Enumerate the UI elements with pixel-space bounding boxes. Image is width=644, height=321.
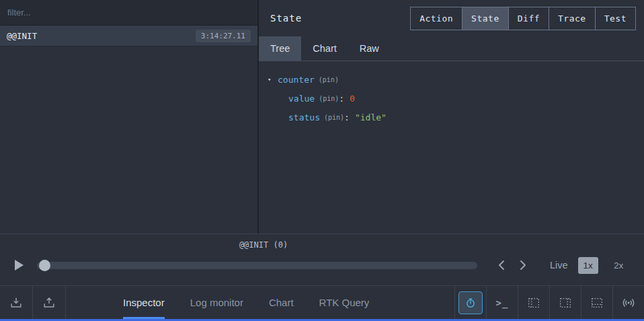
- tab-state[interactable]: State: [462, 7, 509, 30]
- state-panel-header: State Action State Diff Trace Test: [259, 0, 644, 36]
- step-buttons: [491, 256, 534, 275]
- tab-chart[interactable]: Chart: [269, 286, 294, 319]
- speed-1x-button[interactable]: 1x: [578, 257, 598, 274]
- dispatcher-button[interactable]: >_: [486, 286, 518, 319]
- redux-devtools-window: @@INIT 3:14:27.11 State Action State Dif…: [0, 0, 644, 321]
- monitor-tabs: Inspector Log monitor Chart RTK Query: [123, 286, 395, 319]
- action-list-item[interactable]: @@INIT 3:14:27.11: [0, 26, 257, 46]
- dock-bottom-icon: [590, 295, 604, 310]
- active-pill: [458, 291, 483, 314]
- current-action-label: @@INIT (0): [239, 240, 288, 250]
- state-tree: ▾ counter (pin) value (pin) : 0 status (…: [259, 61, 644, 234]
- play-button[interactable]: [9, 256, 28, 275]
- recording-toggle-button[interactable]: [454, 286, 486, 319]
- tree-value-number: 0: [350, 94, 355, 104]
- tab-rtk-query[interactable]: RTK Query: [319, 286, 370, 319]
- pin-label[interactable]: (pin): [319, 95, 339, 102]
- action-timestamp: 3:14:27.11: [196, 30, 251, 42]
- action-list: @@INIT 3:14:27.11: [0, 26, 257, 234]
- remote-icon: [621, 295, 636, 310]
- playback-bar: @@INIT (0) Live 1x 2x: [0, 234, 644, 285]
- action-name: @@INIT: [7, 31, 37, 41]
- subtab-raw[interactable]: Raw: [348, 36, 391, 61]
- import-icon: [42, 295, 56, 310]
- stopwatch-icon: [464, 296, 477, 310]
- terminal-icon: >_: [496, 297, 509, 308]
- export-icon: [9, 295, 24, 310]
- live-button[interactable]: Live: [550, 260, 568, 271]
- tab-trace[interactable]: Trace: [549, 7, 596, 30]
- pin-label[interactable]: (pin): [319, 76, 339, 83]
- inspector-tab-group: Action State Diff Trace Test: [410, 7, 636, 30]
- main-area: @@INIT 3:14:27.11 State Action State Dif…: [0, 0, 644, 234]
- slider-track[interactable]: [37, 262, 477, 269]
- action-list-panel: @@INIT 3:14:27.11: [0, 0, 259, 234]
- colon-separator: :: [344, 112, 350, 122]
- dock-right-icon: [558, 295, 573, 310]
- expand-arrow-icon[interactable]: ▾: [268, 76, 278, 83]
- timeline-slider[interactable]: [37, 260, 477, 271]
- tab-action[interactable]: Action: [410, 7, 462, 30]
- chevron-left-icon: [497, 260, 506, 271]
- view-subtabs: Tree Chart Raw: [259, 36, 644, 61]
- tree-key: status: [288, 112, 320, 122]
- bottom-toolbar: Inspector Log monitor Chart RTK Query >_: [0, 285, 644, 319]
- tree-node-status[interactable]: status (pin) : "idle": [288, 108, 644, 127]
- tab-inspector[interactable]: Inspector: [123, 286, 165, 319]
- speed-2x-button[interactable]: 2x: [608, 257, 629, 274]
- filter-row: [0, 0, 257, 26]
- tab-test[interactable]: Test: [595, 7, 636, 30]
- colon-separator: :: [339, 94, 344, 104]
- filter-input[interactable]: [0, 0, 257, 25]
- pin-label[interactable]: (pin): [324, 114, 344, 121]
- step-back-button[interactable]: [491, 256, 512, 275]
- toolbar-icon-group: >_: [454, 286, 644, 319]
- dock-right-button[interactable]: [549, 286, 581, 319]
- tree-value-string: "idle": [355, 112, 387, 122]
- play-icon: [14, 259, 24, 271]
- tree-node-value[interactable]: value (pin) : 0: [288, 89, 644, 108]
- subtab-tree[interactable]: Tree: [259, 36, 301, 61]
- dock-left-button[interactable]: [518, 286, 549, 319]
- state-panel: State Action State Diff Trace Test Tree …: [259, 0, 644, 234]
- panel-title: State: [270, 13, 302, 24]
- tab-log-monitor[interactable]: Log monitor: [190, 286, 243, 319]
- export-button[interactable]: [0, 286, 33, 319]
- slider-thumb[interactable]: [39, 260, 50, 271]
- chevron-right-icon: [518, 260, 528, 271]
- tab-diff[interactable]: Diff: [508, 7, 549, 30]
- dock-bottom-button[interactable]: [581, 286, 612, 319]
- import-button[interactable]: [33, 286, 66, 319]
- tree-key: counter: [278, 75, 315, 85]
- step-forward-button[interactable]: [512, 256, 534, 275]
- tree-node-counter[interactable]: ▾ counter (pin): [268, 70, 644, 89]
- tree-key: value: [288, 94, 315, 104]
- dock-left-icon: [526, 295, 541, 310]
- remote-button[interactable]: [612, 286, 644, 319]
- subtab-chart[interactable]: Chart: [301, 36, 348, 61]
